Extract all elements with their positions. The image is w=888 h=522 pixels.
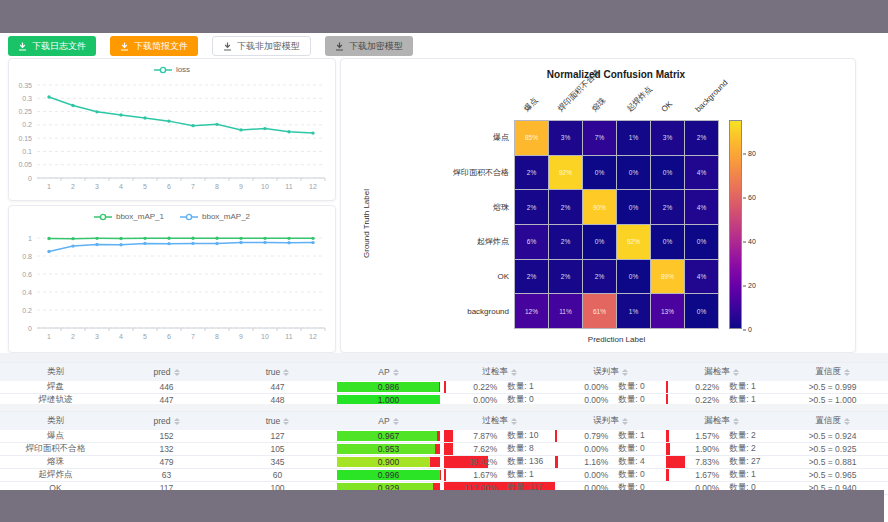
sort-up-icon[interactable] <box>283 369 289 372</box>
column-header-误判率[interactable]: 误判率 <box>555 363 666 381</box>
sort-down-icon[interactable] <box>511 422 517 425</box>
map-chart-legend: bbox_mAP_1bbox_mAP_2 <box>9 212 335 221</box>
column-header-置信度[interactable]: 置信度 <box>777 412 888 430</box>
sort-caret-icon[interactable] <box>283 369 289 376</box>
download-unencrypted-model-button[interactable]: 下载非加密模型 <box>212 36 311 56</box>
top-bar <box>0 0 888 33</box>
map-chart[interactable]: 00.20.40.60.81123456789101112 <box>9 224 337 352</box>
over-rate-cell: 7.87%数量: 10 <box>444 430 555 442</box>
colorbar-tick: 80 <box>743 150 756 157</box>
sort-down-icon[interactable] <box>511 373 517 376</box>
legend-item-bbox_mAP_1[interactable]: bbox_mAP_1 <box>94 212 164 221</box>
rate-percent: 0.00% <box>559 382 608 392</box>
rate-count: 数量: 2 <box>719 430 772 442</box>
button-label: 下载加密模型 <box>349 40 403 53</box>
column-header-漏检率[interactable]: 漏检率 <box>666 412 777 430</box>
sort-down-icon[interactable] <box>393 373 399 376</box>
confusion-matrix-column-labels: 爆点焊印面积不合格熔珠起焊炸点OKbackground <box>514 59 719 120</box>
legend-item-bbox_mAP_2[interactable]: bbox_mAP_2 <box>180 212 250 221</box>
sort-up-icon[interactable] <box>511 418 517 421</box>
column-header-pred[interactable]: pred <box>111 412 222 430</box>
sort-down-icon[interactable] <box>174 422 180 425</box>
sort-caret-icon[interactable] <box>393 369 399 376</box>
ap-cell: 0.996 <box>333 469 444 481</box>
heatmap-cell: 2% <box>549 260 582 294</box>
sort-up-icon[interactable] <box>283 418 289 421</box>
legend-item-loss[interactable]: loss <box>154 65 190 74</box>
svg-text:3: 3 <box>95 183 99 190</box>
column-header-label: 漏检率 <box>704 415 730 427</box>
column-header-置信度[interactable]: 置信度 <box>777 363 888 381</box>
svg-text:0.4: 0.4 <box>22 289 32 296</box>
sort-down-icon[interactable] <box>622 373 628 376</box>
column-header-AP[interactable]: AP <box>333 363 444 381</box>
sort-down-icon[interactable] <box>844 422 850 425</box>
heatmap-cell: 13% <box>651 294 684 328</box>
sort-up-icon[interactable] <box>622 369 628 372</box>
rate-percent: 7.87% <box>448 431 497 441</box>
sort-down-icon[interactable] <box>622 422 628 425</box>
sort-down-icon[interactable] <box>844 373 850 376</box>
column-header-漏检率[interactable]: 漏检率 <box>666 363 777 381</box>
row-label: 焊印面积不合格 <box>401 155 509 190</box>
sort-caret-icon[interactable] <box>393 418 399 425</box>
sort-down-icon[interactable] <box>283 373 289 376</box>
column-header-pred[interactable]: pred <box>111 363 222 381</box>
download-encrypted-model-button[interactable]: 下载加密模型 <box>325 36 413 56</box>
sort-up-icon[interactable] <box>511 369 517 372</box>
sort-down-icon[interactable] <box>393 422 399 425</box>
heatmap-cell: 4% <box>685 156 718 190</box>
svg-text:9: 9 <box>239 183 243 190</box>
column-header-true[interactable]: true <box>222 412 333 430</box>
column-header-true[interactable]: true <box>222 363 333 381</box>
column-header-AP[interactable]: AP <box>333 412 444 430</box>
confidence-cell: >0.5 = 0.881 <box>777 456 888 468</box>
misjudge-rate-cell: 1.16%数量: 4 <box>555 456 666 468</box>
column-header-误判率[interactable]: 误判率 <box>555 412 666 430</box>
sort-up-icon[interactable] <box>174 369 180 372</box>
column-header-过检率[interactable]: 过检率 <box>444 412 555 430</box>
sort-caret-icon[interactable] <box>733 369 739 376</box>
sort-down-icon[interactable] <box>283 422 289 425</box>
sort-up-icon[interactable] <box>844 369 850 372</box>
sort-caret-icon[interactable] <box>844 418 850 425</box>
rate-count: 数量: 0 <box>608 381 661 393</box>
download-report-button[interactable]: 下载简报文件 <box>110 36 198 56</box>
sort-down-icon[interactable] <box>733 422 739 425</box>
sort-caret-icon[interactable] <box>511 369 517 376</box>
column-header-类别: 类别 <box>0 412 111 430</box>
category-cell: 爆点 <box>0 430 111 442</box>
sort-caret-icon[interactable] <box>283 418 289 425</box>
sort-caret-icon[interactable] <box>844 369 850 376</box>
sort-up-icon[interactable] <box>622 418 628 421</box>
column-header-过检率[interactable]: 过检率 <box>444 363 555 381</box>
sort-caret-icon[interactable] <box>174 369 180 376</box>
sort-down-icon[interactable] <box>733 373 739 376</box>
rate-count: 数量: 0 <box>608 469 661 481</box>
sort-caret-icon[interactable] <box>511 418 517 425</box>
sort-down-icon[interactable] <box>174 373 180 376</box>
button-label: 下载日志文件 <box>32 40 86 53</box>
section-divider <box>0 353 888 362</box>
sort-caret-icon[interactable] <box>622 369 628 376</box>
heatmap-cell: 1% <box>617 294 650 328</box>
rate-count: 数量: 0 <box>608 443 661 455</box>
sort-caret-icon[interactable] <box>174 418 180 425</box>
pred-cell: 446 <box>111 381 222 393</box>
loss-chart[interactable]: 00.050.10.150.20.250.30.3512345678910111… <box>9 79 337 199</box>
heatmap-cell: 12% <box>515 294 548 328</box>
sort-up-icon[interactable] <box>844 418 850 421</box>
sort-caret-icon[interactable] <box>733 418 739 425</box>
rate-count: 数量: 27 <box>719 456 772 468</box>
sort-up-icon[interactable] <box>733 418 739 421</box>
sort-up-icon[interactable] <box>393 369 399 372</box>
sort-up-icon[interactable] <box>174 418 180 421</box>
miss-rate-cell: 1.57%数量: 2 <box>666 430 777 442</box>
ap-cell: 0.953 <box>333 443 444 455</box>
sort-up-icon[interactable] <box>393 418 399 421</box>
line-series-icon <box>94 213 112 221</box>
sort-caret-icon[interactable] <box>622 418 628 425</box>
download-log-button[interactable]: 下载日志文件 <box>8 36 96 56</box>
sort-up-icon[interactable] <box>733 369 739 372</box>
svg-text:0.6: 0.6 <box>22 271 32 278</box>
